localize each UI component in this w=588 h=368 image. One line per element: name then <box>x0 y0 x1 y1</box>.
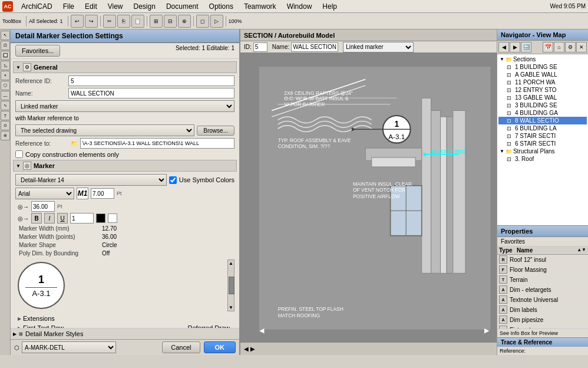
tool-select[interactable]: ↖ <box>1 31 10 40</box>
nav-item-11[interactable]: ⊡ 6 STAIR SECTI <box>498 140 587 147</box>
menu-help[interactable]: Help <box>318 1 342 12</box>
toolbar-btn-3[interactable]: ✂ <box>103 15 116 28</box>
nav-calendar-btn[interactable]: 📅 <box>543 42 553 52</box>
sections-group[interactable]: ▼ 📁 Sections <box>498 55 587 63</box>
color-swatch-white[interactable] <box>108 213 117 223</box>
browse-button[interactable]: Browse... <box>197 126 234 136</box>
menu-design[interactable]: Design <box>129 1 160 12</box>
name-input[interactable] <box>68 88 234 98</box>
cancel-button[interactable]: Cancel <box>162 341 200 353</box>
toolbar-btn-9[interactable]: ◻ <box>196 15 209 28</box>
props-row-1[interactable]: R Roof 12" insul <box>497 255 588 265</box>
layer-dropdown[interactable]: A-MARK-DETL <box>22 341 116 353</box>
italic-button[interactable]: I <box>44 213 55 224</box>
linked-marker-dropdown[interactable]: Linked marker <box>15 100 234 112</box>
nav-item-8[interactable]: ⊡ 8 WALL SECTIO <box>498 117 587 124</box>
tool-9[interactable]: ⊙ <box>1 121 10 130</box>
bold-button[interactable]: B <box>31 213 42 224</box>
menu-archicad[interactable]: ArchiCAD <box>16 1 57 12</box>
nav-item-1[interactable]: ⊡ 1 BUILDING SE <box>498 63 587 71</box>
menu-options[interactable]: Options <box>204 1 238 12</box>
nav-item-3[interactable]: ⊡ 11 PORCH WA <box>498 78 587 86</box>
props-row-6[interactable]: A Dim labels <box>497 305 588 315</box>
nav-item-label-4: 12 ENTRY STO <box>515 87 557 93</box>
selected-info-bar: Favorites... Selected: 1 Editable: 1 <box>11 43 239 59</box>
menu-document[interactable]: Document <box>161 1 203 12</box>
nav-roof-item[interactable]: ⊡ 3. Roof <box>498 155 587 163</box>
tool-5[interactable]: ⬡ <box>1 81 10 90</box>
ok-button[interactable]: OK <box>204 341 236 353</box>
nav-item-6[interactable]: ⊡ 3 BUILDING SE <box>498 101 587 109</box>
tool-8[interactable]: T <box>1 111 10 120</box>
nav-item-5[interactable]: ⊡ 13 GABLE WAL <box>498 94 587 101</box>
props-row-4[interactable]: A Dim - eletargets <box>497 285 588 295</box>
toolbar-btn-6[interactable]: ⊞ <box>150 15 163 28</box>
tool-3[interactable]: ◺ <box>1 61 10 70</box>
menu-window[interactable]: Window <box>282 1 317 12</box>
tool-2[interactable]: 🔲 <box>1 51 10 60</box>
props-row-7[interactable]: A Dim pipesize <box>497 315 588 325</box>
menu-edit[interactable]: Edit <box>80 1 102 12</box>
nav-btn-2[interactable]: ▶ <box>510 42 520 52</box>
use-symbol-colors-label: Use Symbol Colors <box>179 176 234 183</box>
structural-plans-group[interactable]: ▼ 📁 Structural Plans <box>498 147 587 155</box>
nav-btn-back[interactable]: 🔙 <box>521 42 531 52</box>
selected-drawing-dropdown[interactable]: The selected drawing <box>15 124 194 136</box>
toolbar-btn-4[interactable]: ⎘ <box>117 15 130 28</box>
format-row: ◎→ B I U <box>15 213 234 224</box>
nav-item-7[interactable]: ⊡ 4 BUILDING GA <box>498 109 587 117</box>
props-row-2[interactable]: F Floor Massing <box>497 265 588 275</box>
svg-rect-10 <box>453 110 465 273</box>
underline-button[interactable]: U <box>57 213 68 224</box>
drawing-viewport[interactable]: 1 A-3.1 2X8 CEILING RAFTERS @24" O.C. W/… <box>240 53 497 343</box>
num-input[interactable] <box>70 213 94 224</box>
font-select-dropdown[interactable]: Arial <box>15 188 74 199</box>
drawing-name-input[interactable] <box>291 42 338 52</box>
tool-10[interactable]: ⊛ <box>1 131 10 140</box>
copy-elements-checkbox[interactable] <box>15 150 23 158</box>
scroll-up-btn[interactable]: ▲ <box>229 261 233 266</box>
use-symbol-colors-checkbox[interactable] <box>169 176 177 184</box>
favorites-button[interactable]: Favorites... <box>15 45 60 57</box>
name-field: Name: <box>272 42 338 52</box>
linked-marker-field: Linked marker <box>343 42 414 52</box>
nav-settings-btn[interactable]: ⚙ <box>565 42 576 52</box>
nav-item-2[interactable]: ⊡ A GABLE WALL <box>498 71 587 78</box>
general-section-header[interactable]: ▼ ⚙ General <box>13 61 237 73</box>
tool-4[interactable]: ⌖ <box>1 71 10 80</box>
nav-item-9[interactable]: ⊡ 6 BUILDING LA <box>498 124 587 132</box>
props-row-3[interactable]: T Terrain <box>497 275 588 285</box>
id-input[interactable] <box>253 42 267 52</box>
nav-home-btn[interactable]: ⌂ <box>554 42 564 52</box>
toolbar-btn-2[interactable]: ↪ <box>85 15 98 28</box>
menu-teamwork[interactable]: Teamwork <box>239 1 281 12</box>
menu-view[interactable]: View <box>103 1 128 12</box>
color-swatch-black[interactable] <box>96 213 105 223</box>
scroll-down-btn[interactable]: ▼ <box>229 305 233 310</box>
font-size-input-1[interactable] <box>91 188 114 199</box>
nav-item-label-2: A GABLE WALL <box>515 71 557 78</box>
see-info-box[interactable]: See Info Box for Preview <box>497 328 588 337</box>
extensions-section[interactable]: ▶ Extensions <box>15 314 234 323</box>
tool-7[interactable]: ∿ <box>1 101 10 110</box>
ref-id-input[interactable] <box>68 75 234 86</box>
toolbar-btn-1[interactable]: ↩ <box>71 15 84 28</box>
tool-1[interactable]: ⊡ <box>1 41 10 50</box>
props-row-5[interactable]: A Textnote Universal <box>497 295 588 305</box>
nav-btn-1[interactable]: ◀ <box>498 42 509 52</box>
drawing-linked-marker-dropdown[interactable]: Linked marker <box>343 42 414 52</box>
toolbar-btn-7[interactable]: ⊟ <box>164 15 177 28</box>
toolbar-btn-5[interactable]: 📋 <box>131 15 144 28</box>
font-size-input-2[interactable] <box>31 201 55 212</box>
menu-file[interactable]: File <box>58 1 79 12</box>
tool-6[interactable]: — <box>1 91 10 100</box>
toolbar-btn-10[interactable]: ▷ <box>210 15 223 28</box>
detail-marker-dropdown[interactable]: Detail-Marker 14 <box>15 174 167 186</box>
properties-favorites[interactable]: Favorites <box>497 237 588 247</box>
nav-item-10[interactable]: ⊡ 7 STAIR SECTI <box>498 132 587 140</box>
first-text-row-section[interactable]: ▶ First Text Row Referred Draw <box>15 323 234 328</box>
nav-close-btn[interactable]: ✕ <box>576 42 587 52</box>
toolbar-btn-8[interactable]: ⊕ <box>178 15 191 28</box>
marker-section-header[interactable]: ▼ ◎ Marker <box>13 160 237 172</box>
nav-item-4[interactable]: ⊡ 12 ENTRY STO <box>498 86 587 94</box>
